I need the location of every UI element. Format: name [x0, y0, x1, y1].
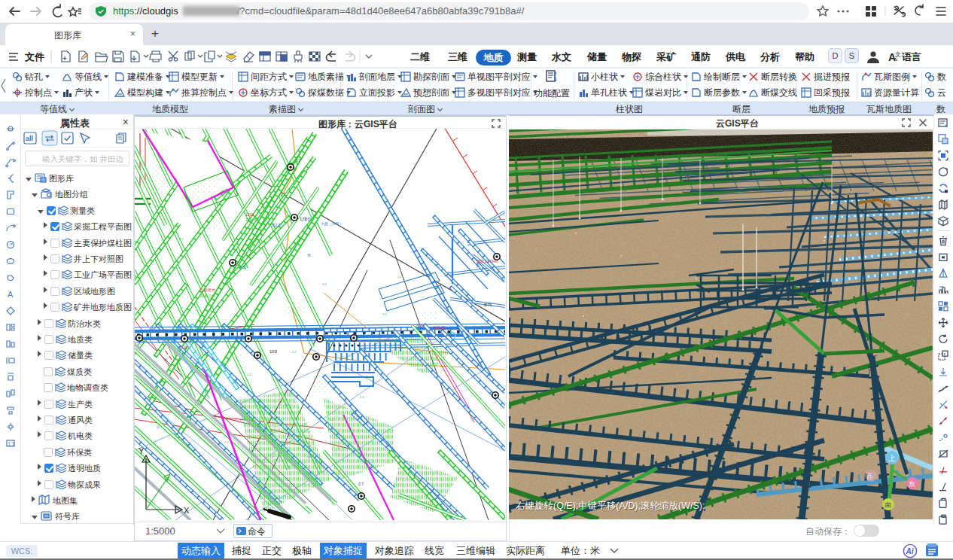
- svg-text:15: 15: [209, 380, 213, 384]
- svg-text:15: 15: [285, 403, 288, 406]
- svg-text:B76: B76: [484, 303, 492, 307]
- svg-text:32.02: 32.02: [179, 346, 188, 350]
- svg-text:2-2: 2-2: [360, 395, 365, 399]
- svg-text:169: 169: [269, 349, 278, 354]
- svg-text:上: 上: [888, 454, 896, 462]
- svg-text:2-2: 2-2: [224, 440, 230, 444]
- svg-text:1550.02 104M: 1550.02 104M: [476, 260, 498, 263]
- svg-text:15: 15: [239, 418, 243, 422]
- svg-text:all: all: [26, 135, 33, 142]
- svg-text:2-2: 2-2: [179, 237, 184, 241]
- svg-text:162.05: 162.05: [434, 325, 446, 330]
- svg-text:2-2: 2-2: [382, 312, 388, 316]
- svg-text:2-2: 2-2: [330, 418, 335, 422]
- svg-text:右键旋转(Q/E);中键平移(A/D);滚轮缩放(W/S);: 右键旋转(Q/E);中键平移(A/D);滚轮缩放(W/S);: [516, 501, 705, 511]
- svg-text:Ai: Ai: [906, 547, 914, 555]
- svg-text:红联竖井: 红联竖井: [200, 288, 215, 292]
- svg-text:米: 米: [307, 253, 311, 257]
- svg-text:15: 15: [157, 425, 160, 429]
- svg-text:大型: 大型: [303, 217, 311, 222]
- svg-text:15: 15: [164, 358, 168, 361]
- svg-text:西: 西: [866, 473, 873, 480]
- svg-text:1200: 1200: [245, 212, 254, 217]
- svg-text:1:1: 1:1: [8, 441, 14, 446]
- svg-text:回风立井: 回风立井: [200, 294, 215, 299]
- svg-text:562.37: 562.37: [271, 223, 283, 227]
- svg-text:南: 南: [884, 501, 891, 509]
- svg-text:17: 17: [296, 158, 301, 163]
- svg-text:大路（兴旺）: 大路（兴旺）: [321, 221, 343, 226]
- svg-text:Y: Y: [139, 446, 145, 455]
- svg-text:1150.52: 1150.52: [245, 218, 259, 222]
- svg-text:15: 15: [307, 455, 311, 459]
- svg-text:2-2: 2-2: [397, 275, 403, 278]
- svg-text:文: 文: [895, 51, 901, 58]
- svg-text:2-2: 2-2: [206, 320, 211, 324]
- svg-text:4.87: 4.87: [239, 265, 247, 269]
- svg-text:0.7: 0.7: [358, 482, 364, 486]
- svg-text:2-2: 2-2: [269, 455, 275, 459]
- svg-text:X: X: [184, 506, 190, 515]
- svg-text:2-2: 2-2: [322, 282, 327, 286]
- svg-text:2-2: 2-2: [194, 403, 199, 406]
- svg-text:A: A: [8, 290, 14, 299]
- svg-text:2-2: 2-2: [247, 373, 252, 376]
- svg-text:高: 高: [476, 264, 480, 268]
- svg-text:东: 东: [908, 480, 915, 488]
- svg-text:2-2: 2-2: [292, 350, 297, 354]
